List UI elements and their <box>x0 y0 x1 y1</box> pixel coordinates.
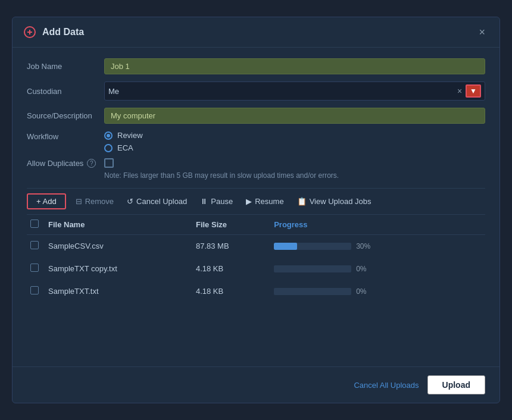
workflow-review-option[interactable]: Review <box>104 131 143 140</box>
source-row: Source/Description <box>27 108 485 124</box>
file-size-cell: 4.18 KB <box>192 280 270 303</box>
resume-button[interactable]: ▶ Resume <box>242 195 287 208</box>
close-button[interactable]: × <box>475 26 489 39</box>
modal-title: Add Data <box>42 27 84 37</box>
col-filesize: File Size <box>192 215 270 235</box>
file-name-cell: SampleCSV.csv <box>45 235 192 258</box>
remove-icon: ⊟ <box>76 197 82 206</box>
job-name-input[interactable] <box>104 58 485 74</box>
file-toolbar: + Add ⊟ Remove ↺ Cancel Upload ⏸ Pause ▶… <box>27 188 485 215</box>
allow-duplicates-label: Allow Duplicates ? <box>27 159 104 168</box>
custodian-dropdown-button[interactable]: ▼ <box>466 84 481 98</box>
file-table: File Name File Size Progress SampleCSV.c… <box>27 215 485 303</box>
source-input[interactable] <box>104 108 485 124</box>
progress-percent: 0% <box>356 265 366 273</box>
row-checkbox[interactable] <box>30 264 39 272</box>
workflow-review-radio[interactable] <box>104 131 113 140</box>
custodian-label: Custodian <box>27 87 104 96</box>
workflow-radio-group: Review ECA <box>104 131 143 152</box>
row-checkbox[interactable] <box>30 286 39 294</box>
table-row: SampleCSV.csv 87.83 MB 30% <box>27 235 485 258</box>
resume-icon: ▶ <box>246 197 252 206</box>
workflow-row: Workflow Review ECA <box>27 131 485 152</box>
custodian-clear-button[interactable]: × <box>455 86 464 96</box>
file-progress-cell: 0% <box>270 280 472 303</box>
pause-button[interactable]: ⏸ Pause <box>196 195 236 208</box>
col-progress: Progress <box>270 215 472 235</box>
view-jobs-icon: 📋 <box>297 197 307 206</box>
cancel-all-uploads-button[interactable]: Cancel All Uploads <box>354 381 419 390</box>
file-name-cell: SampleTXT copy.txt <box>45 258 192 280</box>
source-label: Source/Description <box>27 111 104 120</box>
workflow-eca-radio[interactable] <box>104 144 113 152</box>
job-name-row: Job Name <box>27 58 485 74</box>
note-text: Note: Files larger than 5 GB may result … <box>104 171 485 180</box>
allow-duplicates-checkbox[interactable] <box>104 158 114 168</box>
workflow-eca-label: ECA <box>117 143 133 152</box>
col-filename: File Name <box>45 215 192 235</box>
workflow-review-label: Review <box>117 131 143 140</box>
add-data-modal: Add Data × Job Name Custodian × ▼ Source… <box>12 17 500 403</box>
file-name-cell: SampleTXT.txt <box>45 280 192 303</box>
cancel-upload-icon: ↺ <box>127 197 133 206</box>
progress-percent: 30% <box>356 242 370 250</box>
upload-button[interactable]: Upload <box>427 375 485 394</box>
modal-footer: Cancel All Uploads Upload <box>13 366 499 403</box>
workflow-eca-option[interactable]: ECA <box>104 143 143 152</box>
progress-bar-container <box>274 243 351 250</box>
table-row: SampleTXT copy.txt 4.18 KB 0% <box>27 258 485 280</box>
cancel-upload-button[interactable]: ↺ Cancel Upload <box>123 195 191 208</box>
add-button[interactable]: + Add <box>27 193 66 209</box>
help-icon[interactable]: ? <box>87 159 96 168</box>
pause-icon: ⏸ <box>200 197 208 206</box>
progress-bar-container <box>274 265 351 272</box>
remove-button[interactable]: ⊟ Remove <box>72 195 117 208</box>
file-size-cell: 87.83 MB <box>192 235 270 258</box>
workflow-label: Workflow <box>27 131 104 141</box>
progress-bar-fill <box>274 243 297 250</box>
view-upload-jobs-button[interactable]: 📋 View Upload Jobs <box>294 195 375 208</box>
custodian-input[interactable] <box>108 87 455 96</box>
job-name-label: Job Name <box>27 62 104 71</box>
table-header-row: File Name File Size Progress <box>27 215 485 235</box>
modal-header: Add Data × <box>13 17 499 48</box>
row-checkbox[interactable] <box>30 241 39 249</box>
file-progress-cell: 0% <box>270 258 472 280</box>
progress-percent: 0% <box>356 287 366 296</box>
file-size-cell: 4.18 KB <box>192 258 270 280</box>
custodian-wrapper: × ▼ <box>104 82 485 101</box>
table-row: SampleTXT.txt 4.18 KB 0% <box>27 280 485 303</box>
allow-duplicates-row: Allow Duplicates ? <box>27 158 485 168</box>
modal-body: Job Name Custodian × ▼ Source/Descriptio… <box>13 48 499 366</box>
custodian-row: Custodian × ▼ <box>27 82 485 101</box>
file-progress-cell: 30% <box>270 235 472 258</box>
select-all-checkbox[interactable] <box>30 220 39 228</box>
add-data-icon <box>23 26 36 39</box>
progress-bar-container <box>274 288 351 295</box>
